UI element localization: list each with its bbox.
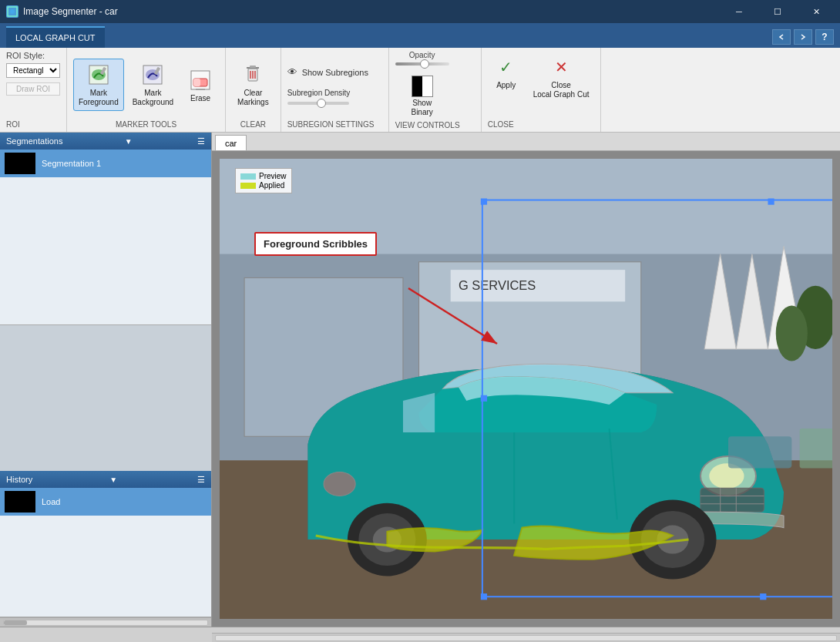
clear-group: ClearMarkings CLEAR <box>226 48 281 132</box>
history-section: History ▼ ☰ Load <box>0 471 211 617</box>
history-options-icon[interactable]: ☰ <box>197 475 205 485</box>
show-binary-button[interactable]: ShowBinary <box>405 72 439 121</box>
segmentations-section: Segmentations ▼ ☰ Segmentation 1 <box>0 133 211 325</box>
canvas-container[interactable]: G SERVICES <box>212 151 840 627</box>
view-controls-content: Opacity ShowBinary <box>395 51 449 121</box>
apply-button[interactable]: ✓ Apply <box>488 51 525 93</box>
window-controls: ─ ☐ ✕ <box>721 0 834 23</box>
maximize-button[interactable]: ☐ <box>760 0 795 23</box>
legend-preview: Preview <box>240 172 287 180</box>
scroll-thumb <box>4 620 27 625</box>
close-button[interactable]: ✕ <box>798 0 834 23</box>
horizontal-scrollbar[interactable] <box>212 633 840 642</box>
svg-rect-52 <box>760 593 766 600</box>
svg-rect-54 <box>800 429 832 468</box>
ribbon-help-button[interactable]: ? <box>815 29 834 45</box>
status-bar <box>0 627 840 642</box>
roi-group: ROI Style: Rectangle Ellipse Draw ROI RO… <box>0 48 67 132</box>
close-x-icon: ✕ <box>549 55 573 79</box>
svg-rect-16 <box>250 66 256 68</box>
svg-rect-53 <box>728 436 791 468</box>
clear-markings-button[interactable]: ClearMarkings <box>232 59 274 111</box>
apply-label: Apply <box>496 81 516 89</box>
binary-icon <box>412 76 433 97</box>
mark-foreground-icon <box>86 62 111 87</box>
apply-close-group: ✓ Apply ✕ CloseLocal Graph Cut CLOSE <box>482 48 602 132</box>
panel-spacer <box>0 325 211 471</box>
erase-icon <box>188 68 213 92</box>
ribbon: ROI Style: Rectangle Ellipse Draw ROI RO… <box>0 48 840 133</box>
apply-check-icon: ✓ <box>494 55 519 79</box>
close-label: CloseLocal Graph Cut <box>533 81 590 99</box>
segmentations-body: Segmentation 1 <box>0 150 211 324</box>
canvas-tab-car[interactable]: car <box>215 135 247 150</box>
apply-group-label: CLOSE <box>488 120 514 129</box>
svg-point-28 <box>776 305 808 361</box>
segmentations-options-icon[interactable]: ☰ <box>197 136 205 146</box>
ribbon-back-button[interactable] <box>772 29 791 45</box>
history-item-load[interactable]: Load <box>0 488 211 516</box>
roi-style-select[interactable]: Rectangle Ellipse <box>6 63 60 78</box>
svg-rect-48 <box>768 198 774 204</box>
show-subregions-label[interactable]: Show Subregions <box>302 68 368 77</box>
legend-box: Preview Applied <box>235 168 292 193</box>
h-scroll-track <box>215 635 837 641</box>
car-image-area: G SERVICES <box>220 159 832 619</box>
erase-label: Erase <box>190 94 210 103</box>
svg-text:G SERVICES: G SERVICES <box>459 278 536 292</box>
segmentations-header[interactable]: Segmentations ▼ ☰ <box>0 133 211 150</box>
view-controls-group: Opacity ShowBinary VIEW CONTROLS <box>389 48 482 132</box>
subregion-density-slider[interactable] <box>287 102 349 105</box>
legend-applied-color <box>240 183 256 189</box>
segmentation-item-1[interactable]: Segmentation 1 <box>0 150 211 177</box>
history-label-load: Load <box>42 497 60 506</box>
subregion-group-label: SUBREGION SETTINGS <box>287 120 375 129</box>
tab-bar: LOCAL GRAPH CUT ? <box>0 23 840 48</box>
mark-background-icon <box>140 62 165 87</box>
marker-tools-content: MarkForeground MarkBackground <box>73 51 219 119</box>
left-panel-scrollbar[interactable] <box>0 617 211 627</box>
seg-label-1: Segmentation 1 <box>42 159 101 168</box>
svg-rect-10 <box>193 79 200 86</box>
mark-background-label: MarkBackground <box>133 89 173 107</box>
mark-foreground-button[interactable]: MarkForeground <box>73 59 124 111</box>
car-scene-svg: G SERVICES <box>220 159 832 619</box>
clear-markings-icon <box>240 62 265 87</box>
opacity-section: Opacity ShowBinary <box>395 51 449 121</box>
left-panel: Segmentations ▼ ☰ Segmentation 1 History… <box>0 133 212 627</box>
roi-style-label: ROI Style: <box>6 51 45 60</box>
canvas-area: car G SERVICES <box>212 133 840 627</box>
minimize-button[interactable]: ─ <box>721 0 757 23</box>
ribbon-forward-button[interactable] <box>794 29 812 45</box>
main-content: Segmentations ▼ ☰ Segmentation 1 History… <box>0 133 840 627</box>
erase-button[interactable]: Erase <box>182 64 219 106</box>
marker-tools-group: MarkForeground MarkBackground <box>67 48 226 132</box>
legend-preview-color <box>240 173 256 180</box>
opacity-slider[interactable] <box>395 62 449 66</box>
show-binary-label: ShowBinary <box>411 99 432 117</box>
segmentations-collapse-icon: ▼ <box>125 137 133 146</box>
annotation-label: Foreground Scribbles <box>264 238 368 250</box>
scroll-track <box>3 620 208 626</box>
history-title: History <box>6 475 32 484</box>
legend-applied: Applied <box>240 181 287 190</box>
title-bar: Image Segmenter - car ─ ☐ ✕ <box>0 0 840 23</box>
app-title: Image Segmenter - car <box>23 6 721 17</box>
annotation-box: Foreground Scribbles <box>254 232 377 256</box>
tab-local-graph-cut[interactable]: LOCAL GRAPH CUT <box>6 26 105 48</box>
close-local-graph-cut-button[interactable]: ✕ CloseLocal Graph Cut <box>528 51 595 103</box>
subregion-density-label: Subregion Density <box>287 89 368 97</box>
svg-rect-47 <box>481 198 487 204</box>
clear-markings-label: ClearMarkings <box>237 89 269 107</box>
eye-icon: 👁 <box>287 66 297 78</box>
canvas-tab-bar: car <box>212 133 840 151</box>
mark-background-button[interactable]: MarkBackground <box>127 59 179 111</box>
opacity-thumb <box>420 59 429 69</box>
svg-rect-34 <box>701 488 764 512</box>
subregion-density-row: Subregion Density <box>287 89 368 105</box>
svg-point-39 <box>324 472 355 496</box>
svg-rect-51 <box>481 593 487 600</box>
draw-roi-button[interactable]: Draw ROI <box>6 82 60 96</box>
history-header[interactable]: History ▼ ☰ <box>0 471 211 488</box>
roi-group-label: ROI <box>6 119 20 129</box>
